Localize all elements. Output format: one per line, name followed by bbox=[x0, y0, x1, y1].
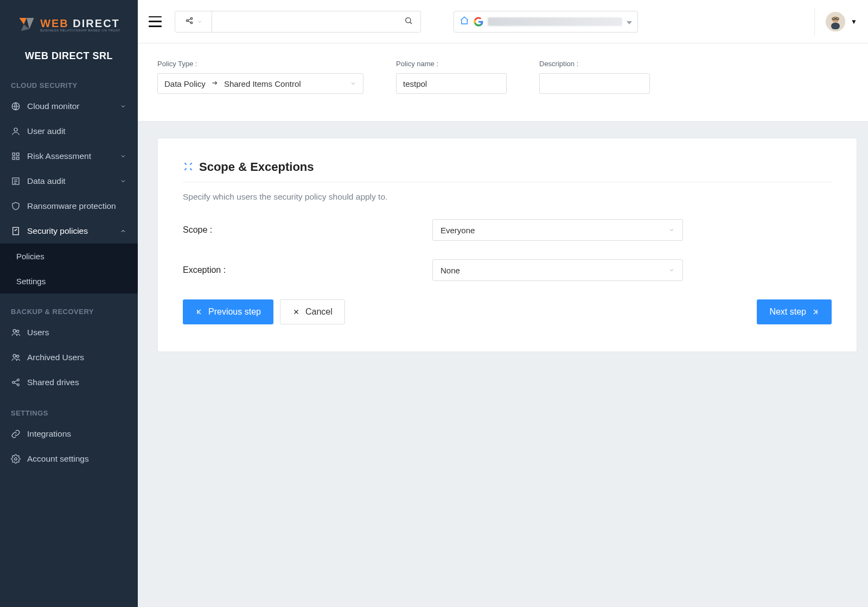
sidebar-item-account-settings[interactable]: Account settings bbox=[0, 446, 138, 471]
field-policy-type: Policy Type : Data Policy Shared Items C… bbox=[157, 60, 363, 94]
google-logo-icon bbox=[474, 17, 483, 27]
policy-name-input-wrap bbox=[396, 73, 507, 94]
org-name: WEB DIRECT SRL bbox=[9, 50, 129, 62]
link-icon bbox=[11, 429, 21, 439]
main-column: ▼ Policy Type : Data Policy Shared Items… bbox=[138, 0, 868, 607]
sidebar-item-label: Users bbox=[27, 328, 127, 337]
sidebar-item-users[interactable]: Users bbox=[0, 320, 138, 345]
sidebar-item-label: Cloud monitor bbox=[27, 101, 119, 111]
svg-rect-5 bbox=[12, 153, 15, 156]
globe-icon bbox=[11, 101, 21, 111]
sidebar-item-label: Settings bbox=[16, 277, 46, 286]
shield-icon bbox=[11, 201, 21, 211]
gear-icon bbox=[11, 454, 21, 464]
scope-select[interactable]: Everyone bbox=[432, 219, 683, 241]
sidebar-item-label: Ransomware protection bbox=[27, 201, 127, 211]
share-icon bbox=[11, 378, 21, 387]
svg-rect-13 bbox=[13, 227, 19, 235]
sidebar-item-archived-users[interactable]: Archived Users bbox=[0, 345, 138, 370]
sidebar-item-ransomware[interactable]: Ransomware protection bbox=[0, 194, 138, 219]
scope-icon bbox=[183, 161, 194, 174]
svg-line-30 bbox=[410, 22, 412, 24]
account-selector[interactable] bbox=[454, 11, 638, 33]
brand-word-b: DIRECT bbox=[69, 17, 120, 29]
sidebar-item-label: Risk Assessment bbox=[27, 151, 119, 161]
search-button[interactable] bbox=[397, 11, 420, 32]
policy-type-value-a: Data Policy bbox=[164, 79, 206, 88]
svg-rect-33 bbox=[831, 23, 840, 29]
home-icon bbox=[459, 16, 469, 27]
wizard-actions: Previous step Cancel Next step bbox=[183, 299, 832, 324]
sidebar-item-risk-assessment[interactable]: Risk Assessment bbox=[0, 144, 138, 169]
sidebar-item-label: Account settings bbox=[27, 454, 127, 464]
brand-mark-icon bbox=[17, 15, 36, 34]
chevron-down-icon bbox=[668, 226, 675, 235]
svg-point-14 bbox=[13, 329, 16, 332]
section-backup-recovery: BACKUP & RECOVERY bbox=[0, 293, 138, 320]
exception-select[interactable]: None bbox=[432, 259, 683, 281]
policy-name-input[interactable] bbox=[403, 79, 500, 88]
svg-marker-2 bbox=[21, 24, 29, 31]
svg-point-16 bbox=[13, 354, 16, 357]
chevron-first-icon bbox=[195, 308, 203, 316]
sidebar-item-security-policies[interactable]: Security policies bbox=[0, 219, 138, 244]
chevron-down-icon bbox=[668, 266, 675, 275]
search-filter-dropdown[interactable] bbox=[175, 11, 212, 32]
arrow-right-icon bbox=[211, 79, 219, 88]
description-input[interactable] bbox=[546, 79, 643, 88]
svg-point-23 bbox=[15, 458, 17, 461]
sidebar-item-data-audit[interactable]: Data audit bbox=[0, 169, 138, 194]
scope-value: Everyone bbox=[441, 226, 475, 235]
svg-rect-8 bbox=[17, 157, 20, 160]
svg-point-29 bbox=[406, 18, 411, 23]
brand-word-a: WEB bbox=[40, 17, 69, 29]
sidebar-subitem-policies[interactable]: Policies bbox=[0, 244, 138, 269]
field-label: Policy name : bbox=[396, 60, 507, 68]
search-input[interactable] bbox=[212, 11, 397, 32]
users-icon bbox=[11, 328, 21, 337]
field-label: Description : bbox=[539, 60, 650, 68]
previous-step-button[interactable]: Previous step bbox=[183, 299, 273, 324]
next-step-button[interactable]: Next step bbox=[757, 299, 832, 324]
chevron-down-icon bbox=[350, 79, 356, 88]
content-area: Policy Type : Data Policy Shared Items C… bbox=[138, 43, 868, 607]
user-menu[interactable]: ▼ bbox=[814, 8, 857, 36]
chevron-down-icon bbox=[119, 177, 127, 185]
section-settings: SETTINGS bbox=[0, 395, 138, 421]
sidebar-item-cloud-monitor[interactable]: Cloud monitor bbox=[0, 94, 138, 119]
field-label: Policy Type : bbox=[157, 60, 363, 68]
chevron-down-icon bbox=[119, 103, 127, 110]
field-description: Description : bbox=[539, 60, 650, 94]
policy-type-select[interactable]: Data Policy Shared Items Control bbox=[157, 73, 363, 94]
caret-down-icon: ▼ bbox=[851, 18, 857, 25]
svg-point-17 bbox=[17, 355, 19, 357]
close-icon bbox=[292, 308, 300, 316]
sidebar-item-label: Archived Users bbox=[27, 353, 127, 362]
button-label: Previous step bbox=[208, 307, 261, 317]
hamburger-menu[interactable] bbox=[149, 16, 162, 27]
sidebar-item-integrations[interactable]: Integrations bbox=[0, 421, 138, 446]
chevron-last-icon bbox=[812, 308, 819, 316]
sidebar-item-label: Security policies bbox=[27, 226, 119, 236]
button-label: Next step bbox=[769, 307, 806, 317]
row-scope: Scope : Everyone bbox=[183, 219, 832, 241]
row-label: Scope : bbox=[183, 225, 432, 235]
svg-rect-6 bbox=[17, 153, 20, 156]
sidebar: WEB DIRECT BUSINESS RELATIONSHIP BASED O… bbox=[0, 0, 138, 607]
svg-line-22 bbox=[14, 383, 17, 385]
row-exception: Exception : None bbox=[183, 259, 832, 281]
sidebar-item-label: Integrations bbox=[27, 429, 127, 439]
policy-header-fields: Policy Type : Data Policy Shared Items C… bbox=[138, 43, 868, 122]
description-input-wrap bbox=[539, 73, 650, 94]
chevron-down-icon bbox=[197, 17, 202, 26]
row-label: Exception : bbox=[183, 265, 432, 275]
cancel-button[interactable]: Cancel bbox=[280, 299, 345, 324]
svg-rect-7 bbox=[12, 157, 15, 160]
svg-line-27 bbox=[188, 19, 190, 21]
sidebar-item-user-audit[interactable]: User audit bbox=[0, 119, 138, 144]
sidebar-subitem-settings[interactable]: Settings bbox=[0, 269, 138, 293]
section-cloud-security: CLOUD SECURITY bbox=[0, 67, 138, 94]
users-archive-icon bbox=[11, 353, 21, 362]
grid-icon bbox=[11, 151, 21, 161]
sidebar-item-shared-drives[interactable]: Shared drives bbox=[0, 370, 138, 395]
